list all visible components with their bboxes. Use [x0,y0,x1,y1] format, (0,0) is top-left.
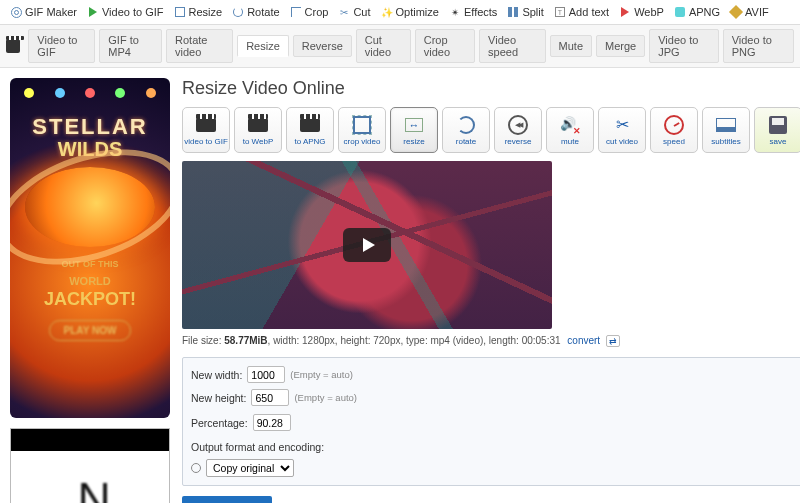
tool-label: speed [663,137,685,146]
tool-label: mute [561,137,579,146]
height-label: New height: [191,392,246,404]
ad-decor [10,78,170,108]
percentage-label: Percentage: [191,417,248,429]
topnav-rotate[interactable]: Rotate [228,4,283,20]
ad-title-1: STELLAR [32,114,147,140]
save-icon [767,115,789,135]
speed-icon [663,115,685,135]
ad-banner-2[interactable]: N [10,428,170,503]
tab-resize[interactable]: Resize [237,35,289,57]
topnav-label: GIF Maker [25,6,77,18]
convert-link[interactable]: convert [567,335,600,346]
tab-rotate-video[interactable]: Rotate video [166,29,233,63]
topnav-label: Resize [189,6,223,18]
tab-gif-to-mp4[interactable]: GIF to MP4 [99,29,162,63]
percentage-input[interactable] [253,414,291,431]
topnav-label: Video to GIF [102,6,164,18]
width-hint: (Empty = auto) [290,369,353,380]
tool-label: to WebP [243,137,274,146]
tool-mute[interactable]: mute [546,107,594,153]
file-size-prefix: File size: [182,335,224,346]
topnav-gif-maker[interactable]: GIF Maker [6,4,81,20]
format-radio[interactable] [191,463,201,473]
topnav-label: Effects [464,6,497,18]
tool-reverse[interactable]: reverse [494,107,542,153]
sidebar: STELLAR WILDS OUT OF THIS WORLD JACKPOT!… [10,78,170,503]
clap-icon [299,115,321,135]
page-title: Resize Video Online [182,78,800,99]
topnav-avif[interactable]: AVIF [726,4,773,20]
tool-resize[interactable]: resize [390,107,438,153]
planet-icon [25,167,155,247]
tool-subtitles[interactable]: subtitles [702,107,750,153]
topnav-effects[interactable]: ✴Effects [445,4,501,20]
topnav-label: Add text [569,6,609,18]
tab-video-speed[interactable]: Video speed [479,29,546,63]
topnav-add-text[interactable]: TAdd text [550,4,613,20]
tool-cut-video[interactable]: ✂cut video [598,107,646,153]
tool-label: rotate [456,137,476,146]
topnav-webp[interactable]: WebP [615,4,668,20]
cut-icon: ✂ [611,115,633,135]
topnav-label: Optimize [396,6,439,18]
tab-mute[interactable]: Mute [550,35,592,57]
format-label: Output format and encoding: [191,441,324,453]
topnav-apng[interactable]: APNG [670,4,724,20]
topnav-label: APNG [689,6,720,18]
ad2-glyph: N [11,451,169,503]
rotate-icon [455,115,477,135]
tool-crop-video[interactable]: crop video [338,107,386,153]
tool-label: resize [403,137,424,146]
topnav-resize[interactable]: Resize [170,4,227,20]
clapper-icon[interactable] [6,39,20,53]
crop-icon [351,115,373,135]
tab-video-to-gif[interactable]: Video to GIF [28,29,95,63]
topnav-split[interactable]: Split [503,4,547,20]
width-label: New width: [191,369,242,381]
clap-icon [247,115,269,135]
height-input[interactable] [251,389,289,406]
convert-arrows-icon[interactable]: ⇄ [606,335,620,347]
topnav-label: Crop [305,6,329,18]
tab-merge[interactable]: Merge [596,35,645,57]
tab-crop-video[interactable]: Crop video [415,29,475,63]
height-hint: (Empty = auto) [294,392,357,403]
ad-play-button[interactable]: PLAY NOW [49,320,132,341]
tool-video-to-gif[interactable]: video to GIF [182,107,230,153]
video-preview[interactable] [182,161,552,329]
clap-icon [195,115,217,135]
tab-cut-video[interactable]: Cut video [356,29,411,63]
topnav-label: AVIF [745,6,769,18]
tool-label: subtitles [711,137,740,146]
file-info: File size: 58.77MiB, width: 1280px, heig… [182,335,800,347]
tool-label: reverse [505,137,532,146]
tool-label: crop video [344,137,381,146]
tool-to-apng[interactable]: to APNG [286,107,334,153]
resize-panel: New width: (Empty = auto) New height: (E… [182,357,800,486]
tool-speed[interactable]: speed [650,107,698,153]
tab-reverse[interactable]: Reverse [293,35,352,57]
ad-jackpot: JACKPOT! [44,289,136,310]
resize-button[interactable]: Resize video! [182,496,272,503]
top-nav: GIF MakerVideo to GIFResizeRotateCrop✂Cu… [0,0,800,25]
play-button[interactable] [343,228,391,262]
topnav-optimize[interactable]: ✨Optimize [377,4,443,20]
file-size: 58.77MiB [224,335,267,346]
topnav-video-to-gif[interactable]: Video to GIF [83,4,168,20]
tool-rotate[interactable]: rotate [442,107,490,153]
topnav-label: WebP [634,6,664,18]
topnav-label: Cut [353,6,370,18]
tool-label: video to GIF [184,137,228,146]
tool-to-webp[interactable]: to WebP [234,107,282,153]
format-select[interactable]: Copy original [206,459,294,477]
topnav-cut[interactable]: ✂Cut [334,4,374,20]
width-input[interactable] [247,366,285,383]
ad-banner-stellar[interactable]: STELLAR WILDS OUT OF THIS WORLD JACKPOT!… [10,78,170,418]
topnav-label: Rotate [247,6,279,18]
tab-video-to-png[interactable]: Video to PNG [723,29,794,63]
tool-label: to APNG [294,137,325,146]
topnav-crop[interactable]: Crop [286,4,333,20]
tool-save[interactable]: save [754,107,800,153]
main-content: Resize Video Online video to GIFto WebPt… [182,78,800,503]
tab-video-to-jpg[interactable]: Video to JPG [649,29,718,63]
